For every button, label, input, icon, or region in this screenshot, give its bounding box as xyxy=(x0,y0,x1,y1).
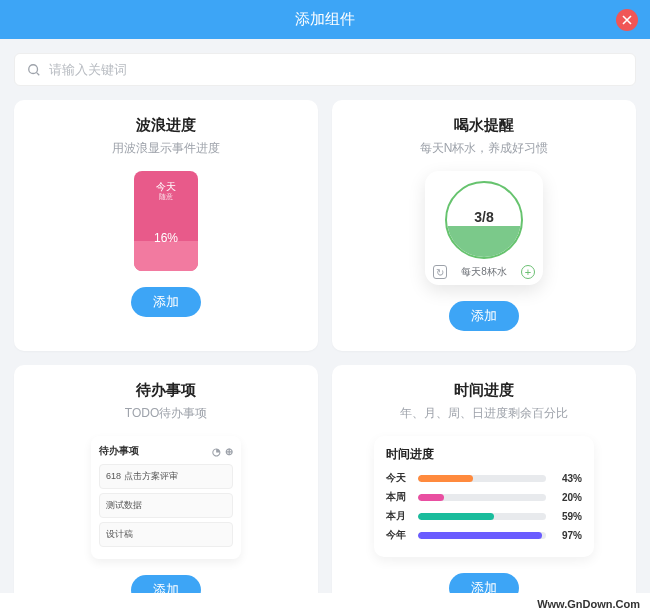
progress-track xyxy=(418,532,546,539)
water-ratio: 3/8 xyxy=(447,209,521,225)
svg-point-0 xyxy=(29,64,38,73)
wave-small: 随意 xyxy=(159,192,173,202)
add-button-water[interactable]: 添加 xyxy=(449,301,519,331)
progress-track xyxy=(418,475,546,482)
wave-today: 今天 xyxy=(156,181,176,192)
progress-track xyxy=(418,513,546,520)
search-input[interactable] xyxy=(49,62,623,77)
card-subtitle: 用波浪显示事件进度 xyxy=(28,140,304,157)
list-item: 618 点击方案评审 xyxy=(99,464,233,489)
water-label: 每天8杯水 xyxy=(461,265,507,279)
add-icon: ⊕ xyxy=(225,446,233,457)
watermark: Www.GnDown.Com xyxy=(537,598,640,610)
list-item: 设计稿 xyxy=(99,522,233,547)
todo-head: 待办事项 xyxy=(99,444,139,458)
wave-percent: 16% xyxy=(134,231,198,245)
card-title: 待办事项 xyxy=(28,381,304,400)
progress-row: 本周20% xyxy=(386,490,582,504)
plus-icon: + xyxy=(521,265,535,279)
list-item: 测试数据 xyxy=(99,493,233,518)
card-title: 喝水提醒 xyxy=(346,116,622,135)
progress-label: 今天 xyxy=(386,471,412,485)
card-todo: 待办事项 TODO待办事项 待办事项 ◔⊕ 618 点击方案评审 测试数据 设计… xyxy=(14,365,318,593)
card-title: 时间进度 xyxy=(346,381,622,400)
water-preview: 3/8 ↻ 每天8杯水 + xyxy=(346,171,622,285)
widget-grid: 波浪进度 用波浪显示事件进度 今天 随意 16% 添加 喝水提醒 每天N杯水，养… xyxy=(14,100,636,593)
card-subtitle: 每天N杯水，养成好习惯 xyxy=(346,140,622,157)
progress-label: 本月 xyxy=(386,509,412,523)
add-button-wave[interactable]: 添加 xyxy=(131,287,201,317)
card-water-reminder: 喝水提醒 每天N杯水，养成好习惯 3/8 ↻ 每天8杯水 + 添加 xyxy=(332,100,636,351)
progress-label: 本周 xyxy=(386,490,412,504)
progress-preview: 时间进度 今天43%本周20%本月59%今年97% xyxy=(346,436,622,557)
progress-value: 20% xyxy=(552,492,582,503)
dialog-title: 添加组件 xyxy=(295,10,355,27)
progress-value: 97% xyxy=(552,530,582,541)
progress-value: 59% xyxy=(552,511,582,522)
dialog-header: 添加组件 xyxy=(0,0,650,39)
search-icon xyxy=(27,63,41,77)
card-subtitle: 年、月、周、日进度剩余百分比 xyxy=(346,405,622,422)
progress-row: 今年97% xyxy=(386,528,582,542)
refresh-icon: ↻ xyxy=(433,265,447,279)
progress-track xyxy=(418,494,546,501)
progress-value: 43% xyxy=(552,473,582,484)
add-button-progress[interactable]: 添加 xyxy=(449,573,519,593)
card-time-progress: 时间进度 年、月、周、日进度剩余百分比 时间进度 今天43%本周20%本月59%… xyxy=(332,365,636,593)
wave-preview: 今天 随意 16% xyxy=(28,171,304,271)
card-wave-progress: 波浪进度 用波浪显示事件进度 今天 随意 16% 添加 xyxy=(14,100,318,351)
close-icon xyxy=(622,15,632,25)
card-subtitle: TODO待办事项 xyxy=(28,405,304,422)
progress-row: 本月59% xyxy=(386,509,582,523)
close-button[interactable] xyxy=(616,9,638,31)
card-title: 波浪进度 xyxy=(28,116,304,135)
progress-label: 今年 xyxy=(386,528,412,542)
search-box[interactable] xyxy=(14,53,636,86)
add-button-todo[interactable]: 添加 xyxy=(131,575,201,593)
progress-row: 今天43% xyxy=(386,471,582,485)
dialog-body: 波浪进度 用波浪显示事件进度 今天 随意 16% 添加 喝水提醒 每天N杯水，养… xyxy=(0,39,650,593)
clock-icon: ◔ xyxy=(212,446,221,457)
todo-preview: 待办事项 ◔⊕ 618 点击方案评审 测试数据 设计稿 xyxy=(28,436,304,559)
progress-head: 时间进度 xyxy=(386,446,582,463)
